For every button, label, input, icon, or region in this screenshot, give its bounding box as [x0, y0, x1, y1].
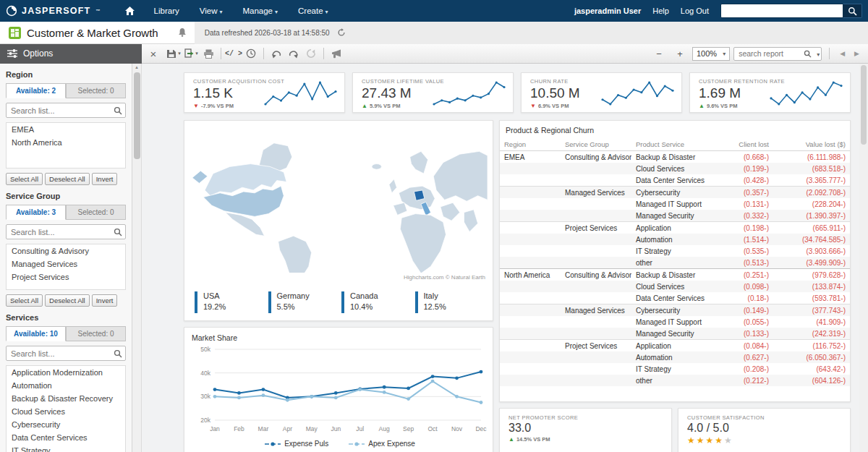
tab-selected[interactable]: Selected: 0	[66, 205, 126, 220]
refresh-button[interactable]	[337, 28, 346, 37]
nav-library[interactable]: Library	[144, 0, 190, 22]
column-header[interactable]: Client lost	[723, 138, 773, 151]
map-africa[interactable]	[400, 214, 446, 273]
select-all-button[interactable]: Select All	[6, 173, 43, 185]
filter-item[interactable]: Automation	[7, 379, 125, 392]
help-link[interactable]: Help	[652, 7, 669, 15]
column-header[interactable]: Region	[500, 138, 561, 151]
search-icon[interactable]	[114, 228, 122, 236]
tab-available[interactable]: Available: 3	[6, 205, 66, 220]
table-row[interactable]: North AmericaConsulting & AdvisoryBackup…	[500, 269, 850, 281]
table-row[interactable]: Managed IT Support(0.131-)(228.204-)	[500, 198, 850, 210]
undo-all-button[interactable]	[302, 44, 320, 64]
nav-create[interactable]: Create▾	[288, 0, 339, 22]
filter-item[interactable]: Cloud Services	[7, 405, 125, 418]
column-header[interactable]: Value lost ($)	[773, 138, 850, 151]
search-icon[interactable]	[114, 106, 122, 115]
nav-view[interactable]: View▾	[190, 0, 233, 22]
map-india[interactable]	[464, 210, 477, 232]
feedback-button[interactable]	[328, 44, 345, 64]
scroll-up-icon[interactable]: ▲	[132, 64, 141, 69]
filter-item[interactable]: North America	[7, 136, 125, 149]
map-scandinavia[interactable]	[410, 151, 428, 174]
market-share-chart[interactable]: 20k30k40k50kJanFebMarAprMayJunJulAugSepO…	[190, 345, 490, 438]
undo-button[interactable]	[268, 44, 285, 64]
column-header[interactable]: Service Group	[561, 138, 631, 151]
deselect-all-button[interactable]: Deselect All	[45, 294, 90, 307]
embed-code-button[interactable]: </ >	[225, 44, 242, 64]
invert-button[interactable]: Invert	[92, 173, 118, 185]
jaspersoft-logo[interactable]: JASPERSOFT™	[6, 5, 101, 17]
column-header[interactable]: Product Service	[631, 138, 723, 151]
table-row[interactable]: Data Center Services(0.428-)(3.365.777-)	[500, 174, 850, 187]
save-button[interactable]: ▾	[165, 44, 182, 64]
map-legend-item[interactable]: USA19.2%	[195, 291, 268, 313]
export-button[interactable]: ▾	[182, 44, 200, 64]
filter-item[interactable]: Cybersecurity	[7, 418, 125, 431]
table-row[interactable]: Cloud Services(0.199-)(683.518-)	[500, 163, 850, 174]
legend-item[interactable]: Apex Expense	[349, 440, 415, 448]
map-asia[interactable]	[433, 151, 488, 201]
table-row[interactable]: other(0.212-)(604.126-)	[500, 375, 850, 386]
schedule-button[interactable]	[242, 44, 260, 64]
map-middle-east[interactable]	[441, 202, 460, 221]
table-row[interactable]: Automation(1.514-)(34.764.585-)	[500, 234, 850, 245]
global-search-input[interactable]	[720, 4, 843, 18]
home-button[interactable]	[116, 0, 144, 22]
tab-selected[interactable]: Selected: 0	[66, 326, 126, 341]
deselect-all-button[interactable]: Deselect All	[45, 173, 90, 185]
filter-item[interactable]: EMEA	[7, 123, 125, 136]
table-row[interactable]: Managed IT Support(0.055-)(41.909-)	[500, 316, 850, 328]
filter-item[interactable]: Application Modernization	[7, 366, 125, 379]
nav-manage[interactable]: Manage▾	[232, 0, 288, 22]
table-row[interactable]: Managed ServicesCybersecurity(0.357-)(2.…	[500, 187, 850, 199]
map-iceland[interactable]	[372, 164, 381, 170]
filter-search-input[interactable]	[6, 346, 126, 361]
prev-page-button[interactable]: ◀	[837, 50, 848, 57]
filter-item[interactable]: Backup & Disaster Recovery	[7, 392, 125, 405]
map-alaska[interactable]	[192, 171, 208, 183]
logout-link[interactable]: Log Out	[681, 7, 709, 15]
scrollbar-thumb[interactable]	[134, 72, 140, 159]
select-all-button[interactable]: Select All	[6, 294, 43, 307]
zoom-out-button[interactable]: −	[650, 44, 668, 64]
canvas-scrollbar[interactable]	[859, 64, 868, 452]
user-menu[interactable]: jasperadmin User	[574, 7, 641, 15]
filter-item[interactable]: IT Strategy	[7, 444, 125, 452]
map-south-america[interactable]	[278, 236, 312, 273]
zoom-level-select[interactable]: 100% ▾	[692, 47, 730, 61]
search-icon[interactable]	[804, 50, 812, 58]
bell-icon[interactable]	[177, 27, 187, 38]
map-germany[interactable]	[414, 190, 424, 200]
tab-selected[interactable]: Selected: 0	[66, 83, 126, 98]
table-row[interactable]: Managed Security(0.332-)(1.390.397-)	[500, 210, 850, 222]
filter-item[interactable]: Managed Services	[7, 257, 125, 270]
next-page-button[interactable]: ▶	[851, 50, 862, 57]
filter-item[interactable]: Data Center Services	[7, 431, 125, 444]
filter-search-input[interactable]	[6, 103, 126, 118]
map-iberia[interactable]	[393, 202, 407, 215]
table-row[interactable]: IT Strategy(0.208-)(643.42-)	[500, 363, 850, 375]
close-options-button[interactable]: ×	[145, 44, 162, 64]
table-row[interactable]: other(0.513-)(3.499.909-)	[500, 257, 850, 269]
zoom-in-button[interactable]: +	[671, 44, 689, 64]
tab-available[interactable]: Available: 10	[6, 326, 66, 341]
table-row[interactable]: Automation(0.627-)(6.050.367-)	[500, 351, 850, 363]
scrollbar-thumb[interactable]	[861, 65, 867, 145]
redo-button[interactable]	[285, 44, 302, 64]
legend-item[interactable]: Expense Puls	[265, 440, 328, 448]
world-map[interactable]	[188, 124, 489, 273]
table-row[interactable]: Project ServicesApplication(0.198-)(665.…	[500, 222, 850, 234]
filter-search-input[interactable]	[6, 224, 126, 239]
table-row[interactable]: IT Strategy(0.535-)(3.903.666-)	[500, 245, 850, 257]
filter-item[interactable]: Consulting & Advisory	[7, 244, 125, 257]
global-search-button[interactable]	[843, 4, 862, 18]
table-row[interactable]: Data Center Services(0.18-)(593.781-)	[500, 292, 850, 304]
table-row[interactable]: Managed ServicesCybersecurity(0.149-)(37…	[500, 304, 850, 317]
table-row[interactable]: Project ServicesApplication(0.084-)(116.…	[500, 340, 850, 352]
map-uk[interactable]	[389, 179, 397, 193]
filter-item[interactable]: Project Services	[7, 270, 125, 283]
table-row[interactable]: Managed Security(0.133-)(242.319-)	[500, 328, 850, 340]
sidebar-scrollbar[interactable]: ▲	[132, 64, 142, 452]
search-icon[interactable]	[114, 349, 122, 358]
